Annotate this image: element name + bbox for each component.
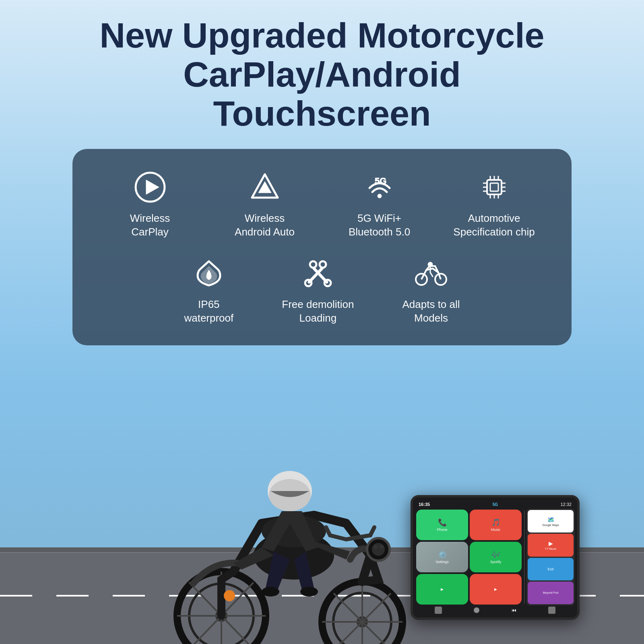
app-beyond[interactable]: Beyond Pod <box>528 582 574 604</box>
bottom-icon-3[interactable]: ⏮ <box>512 607 516 613</box>
svg-marker-1 <box>146 180 159 194</box>
svg-point-65 <box>224 590 235 601</box>
android-auto-label: WirelessAndroid Auto <box>235 212 295 239</box>
svg-point-27 <box>435 274 446 285</box>
carplay-label: WirelessCarPlay <box>130 212 170 239</box>
feature-ip65: IP65waterproof <box>184 255 233 325</box>
app-ytmusic[interactable]: ▶ YT Music <box>528 534 574 556</box>
status-time-left: 16:35 <box>419 502 430 507</box>
svg-point-60 <box>380 545 384 549</box>
device-overlay: 16:35 5G 12:32 📞 Phone 🎵 Music <box>411 495 580 620</box>
chip-label: AutomotiveSpecification chip <box>453 212 535 239</box>
app-maps[interactable]: 🗺️ Google Maps <box>528 510 574 533</box>
device-right-panel: 🗺️ Google Maps ▶ YT Music Exit Beyond Po… <box>526 509 575 605</box>
svg-point-64 <box>300 587 318 597</box>
motorcycle-icon <box>413 255 449 291</box>
app-grid: 📞 Phone 🎵 Music ⚙️ Settings 🎶 <box>415 509 522 605</box>
app-music[interactable]: 🎵 Music <box>470 510 522 540</box>
device-statusbar: 16:35 5G 12:32 <box>415 500 575 509</box>
svg-rect-7 <box>490 183 498 191</box>
app-settings[interactable]: ⚙️ Settings <box>416 542 468 572</box>
app-exit[interactable]: Exit <box>528 558 574 580</box>
feature-chip: AutomotiveSpecification chip <box>441 169 547 239</box>
bottom-icon-4[interactable] <box>548 607 555 614</box>
bottom-icon-2[interactable] <box>474 607 479 613</box>
app-spotify[interactable]: 🎶 Spotify <box>470 542 522 572</box>
features-row2: IP65waterproof <box>97 255 547 325</box>
device-screen: 16:35 5G 12:32 📞 Phone 🎵 Music <box>413 497 577 617</box>
title-section: New Upgraded Motorcycle CarPlay/Android … <box>80 0 564 133</box>
feature-demolition: Free demolitionLoading <box>282 255 354 325</box>
status-network: 5G <box>493 502 498 507</box>
main-title: New Upgraded Motorcycle CarPlay/Android … <box>80 16 564 133</box>
ip65-label: IP65waterproof <box>184 298 233 325</box>
device-bottombar: ⏮ <box>415 605 575 615</box>
title-line1: New Upgraded Motorcycle <box>99 15 544 55</box>
5g-wifi-icon: 5G <box>361 169 398 205</box>
svg-point-63 <box>262 587 279 597</box>
svg-point-26 <box>416 274 427 285</box>
svg-rect-6 <box>487 180 502 194</box>
android-auto-icon <box>247 169 283 205</box>
demolition-label: Free demolitionLoading <box>282 298 354 325</box>
feature-android-auto: WirelessAndroid Auto <box>211 169 318 239</box>
app-phone[interactable]: 📞 Phone <box>416 510 468 540</box>
svg-point-25 <box>310 261 316 268</box>
svg-point-24 <box>320 261 326 268</box>
tools-icon <box>300 255 336 291</box>
app-extra1[interactable]: ▶ <box>416 574 468 605</box>
divider <box>524 510 525 604</box>
svg-point-4 <box>378 194 382 198</box>
models-label: Adapts to allModels <box>402 298 460 325</box>
device-content: 📞 Phone 🎵 Music ⚙️ Settings 🎶 <box>415 509 575 605</box>
feature-wireless-carplay: WirelessCarPlay <box>97 169 203 239</box>
chip-icon <box>476 169 512 205</box>
svg-text:5G: 5G <box>375 176 386 186</box>
carplay-icon <box>132 169 168 205</box>
feature-models: Adapts to allModels <box>402 255 460 325</box>
svg-point-28 <box>428 262 433 267</box>
svg-point-59 <box>374 545 378 549</box>
title-line2: CarPlay/Android Touchscreen <box>183 54 460 133</box>
features-card: WirelessCarPlay WirelessAndroid Auto <box>72 149 572 345</box>
feature-5g-wifi: 5G 5G WiFi+Bluetooth 5.0 <box>326 169 433 239</box>
5g-wifi-label: 5G WiFi+Bluetooth 5.0 <box>349 212 410 239</box>
app-extra2[interactable]: ▶ <box>470 574 522 605</box>
waterproof-icon <box>191 255 227 291</box>
page-wrapper: New Upgraded Motorcycle CarPlay/Android … <box>0 0 644 644</box>
bottom-icon-1[interactable] <box>435 607 442 614</box>
svg-point-58 <box>372 543 385 556</box>
status-time-right: 12:32 <box>560 502 572 507</box>
